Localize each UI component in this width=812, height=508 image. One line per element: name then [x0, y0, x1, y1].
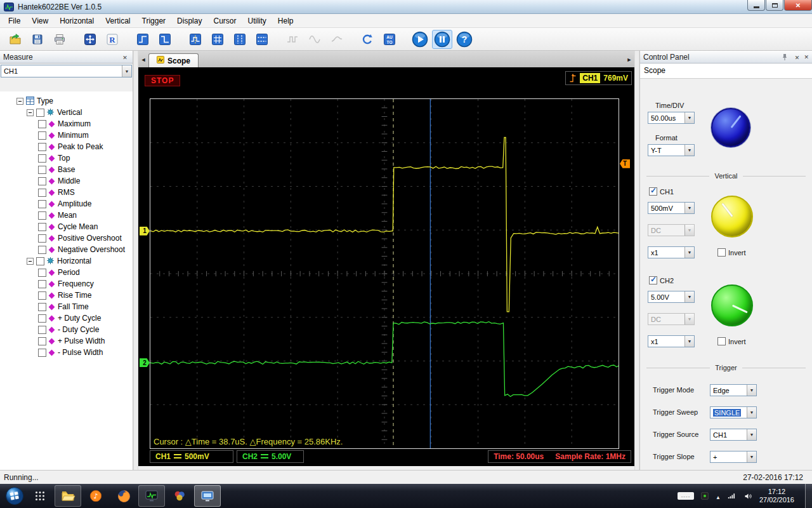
ch2-position-marker[interactable]: 2	[140, 358, 150, 367]
help-button[interactable]: ?	[454, 30, 475, 49]
open-file-button[interactable]	[5, 30, 25, 49]
ch2-position-knob[interactable]	[711, 284, 753, 326]
menu-horizontal[interactable]: Horizontal	[54, 15, 100, 27]
trigger-sweep-select[interactable]: SINGLE	[710, 406, 757, 418]
ch2-invert-checkbox[interactable]	[717, 337, 726, 345]
ch1-scale-select[interactable]: 500mV	[648, 202, 695, 214]
measure-item-fall-time[interactable]: Fall Time	[0, 301, 133, 312]
measure-item-amplitude-checkbox[interactable]	[38, 200, 46, 208]
left-splitter[interactable]	[133, 51, 138, 470]
measure-item-rms-checkbox[interactable]	[38, 189, 46, 197]
start-button[interactable]	[4, 486, 25, 506]
collapse-icon[interactable]	[27, 109, 34, 116]
language-bar[interactable]	[678, 492, 694, 500]
tree-root-type[interactable]: Type	[0, 95, 133, 107]
record-button[interactable]: R	[102, 30, 122, 49]
collapse-icon[interactable]	[16, 98, 23, 105]
menu-view[interactable]: View	[26, 15, 54, 27]
menu-vertical[interactable]: Vertical	[100, 15, 136, 27]
trigger-slope-select[interactable]: +	[710, 451, 757, 463]
measure-item-maximum[interactable]: Maximum	[0, 118, 133, 130]
measure-item-duty-cycle-checkbox[interactable]	[38, 314, 46, 323]
measure-item-mean[interactable]: Mean	[0, 210, 133, 221]
tab-scroll-left-icon[interactable]	[139, 54, 148, 65]
ch1-invert-checkbox[interactable]	[717, 248, 726, 257]
trigger-level-marker[interactable]: T	[620, 159, 630, 168]
measure-item-frequency-checkbox[interactable]	[38, 280, 46, 288]
measure-item-pulse-width[interactable]: - Pulse Width	[0, 347, 133, 358]
hantek-app-taskbar-button[interactable]	[138, 485, 165, 507]
menu-help[interactable]: Help	[272, 15, 299, 27]
taskbar-clock[interactable]: 17:12 27/02/2016	[759, 488, 794, 504]
ch2-scale-select[interactable]: 5.00V	[648, 291, 695, 303]
measure-item-middle-checkbox[interactable]	[38, 177, 46, 185]
measure-item-base-checkbox[interactable]	[38, 166, 46, 174]
pause-button[interactable]	[432, 30, 452, 49]
ch1-probe-select[interactable]: x1	[648, 246, 695, 258]
horizontal-cursors-button[interactable]	[252, 30, 272, 49]
refresh-button[interactable]	[357, 30, 377, 49]
measure-item-pulse-width-checkbox[interactable]	[38, 349, 46, 357]
format-select[interactable]: Y-T	[648, 144, 695, 156]
measure-item-maximum-checkbox[interactable]	[38, 120, 46, 128]
measure-item-peak-to-peak[interactable]: Peak to Peak	[0, 141, 133, 152]
time-div-select[interactable]: 50.00us	[648, 112, 695, 124]
menu-display[interactable]: Display	[171, 15, 207, 27]
measure-item-minimum-checkbox[interactable]	[38, 131, 46, 140]
minimize-button[interactable]	[747, 0, 765, 11]
measure-item-base[interactable]: Base	[0, 164, 133, 175]
measure-item-duty-cycle[interactable]: - Duty Cycle	[0, 324, 133, 335]
tab-scroll-right-icon[interactable]	[625, 54, 634, 65]
pan-tool-button[interactable]	[80, 30, 100, 49]
control-close-icon[interactable]	[792, 53, 801, 62]
menu-utility[interactable]: Utility	[242, 15, 272, 27]
firefox-taskbar-button[interactable]	[110, 485, 137, 507]
menu-cursor[interactable]: Cursor	[207, 15, 242, 27]
measure-item-mean-checkbox[interactable]	[38, 211, 46, 220]
measure-close-icon[interactable]	[121, 53, 129, 62]
show-desktop-button[interactable]	[805, 484, 812, 508]
trigger-source-select[interactable]: CH1	[710, 429, 757, 441]
maximize-button[interactable]	[766, 0, 783, 11]
tree-group-horizontal[interactable]: Horizontal	[0, 255, 133, 267]
measure-item-minimum[interactable]: Minimum	[0, 130, 133, 141]
control-panel-page[interactable]: Scope	[640, 64, 812, 79]
timebase-knob[interactable]	[711, 108, 750, 147]
grid-display-button[interactable]	[207, 30, 228, 49]
scope-display[interactable]: Cursor : △Time = 38.7uS. △Frequency = 25…	[150, 98, 619, 449]
screen-capture-taskbar-button[interactable]	[194, 485, 221, 507]
vertical-cursors-button[interactable]	[230, 30, 250, 49]
ch1-position-knob[interactable]	[711, 196, 753, 237]
save-button[interactable]	[27, 30, 48, 49]
rising-edge-trigger-button[interactable]	[133, 30, 153, 49]
measure-item-fall-time-checkbox[interactable]	[38, 303, 46, 311]
measure-item-cycle-mean-checkbox[interactable]	[38, 223, 46, 231]
menu-trigger[interactable]: Trigger	[136, 15, 172, 27]
collapse-icon[interactable]	[27, 258, 34, 265]
measure-item-negative-overshoot-checkbox[interactable]	[38, 246, 46, 254]
ch1-enable-checkbox[interactable]	[649, 187, 657, 196]
volume-icon[interactable]	[743, 491, 754, 502]
print-button[interactable]	[49, 30, 70, 49]
measure-item-rms[interactable]: RMS	[0, 187, 133, 198]
tree-group-vertical-checkbox[interactable]	[36, 109, 44, 117]
measure-item-pulse-width-checkbox[interactable]	[38, 337, 46, 345]
measure-item-period[interactable]: Period	[0, 267, 133, 278]
measure-item-amplitude[interactable]: Amplitude	[0, 198, 133, 210]
pin-icon[interactable]	[782, 53, 788, 61]
tree-group-horizontal-checkbox[interactable]	[36, 257, 44, 265]
trigger-mode-select[interactable]: Edge	[710, 384, 757, 396]
measure-item-duty-cycle-checkbox[interactable]	[38, 326, 46, 334]
measure-item-peak-to-peak-checkbox[interactable]	[38, 143, 46, 151]
ch2-enable-checkbox[interactable]	[649, 276, 657, 284]
app-launcher-taskbar-button[interactable]	[27, 485, 53, 507]
measure-item-positive-overshoot[interactable]: Positive Overshoot	[0, 232, 133, 244]
close-button[interactable]	[784, 0, 812, 11]
measure-channel-select[interactable]: CH1	[1, 65, 132, 77]
measure-item-cycle-mean[interactable]: Cycle Mean	[0, 221, 133, 232]
measure-item-top[interactable]: Top	[0, 152, 133, 164]
measure-item-middle[interactable]: Middle	[0, 175, 133, 187]
network-icon[interactable]	[726, 491, 737, 502]
measure-item-positive-overshoot-checkbox[interactable]	[38, 234, 46, 243]
scope-tab[interactable]: Scope	[148, 53, 199, 67]
